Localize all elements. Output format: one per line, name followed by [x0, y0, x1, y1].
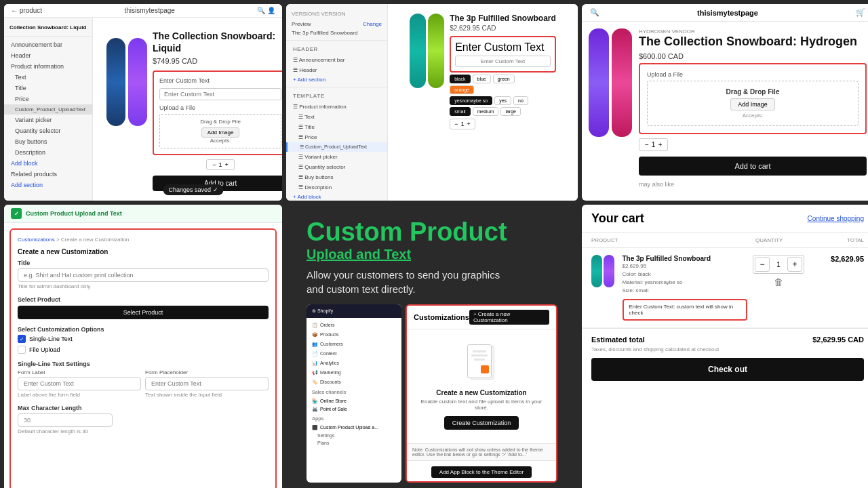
- custom-text-field[interactable]: [455, 56, 551, 67]
- nav-plans[interactable]: Plans: [307, 439, 401, 447]
- size-large[interactable]: large: [500, 107, 521, 116]
- nav-price[interactable]: Price: [4, 94, 92, 104]
- upload-file-label: Upload a File: [647, 71, 859, 78]
- nav-related[interactable]: Related products: [4, 169, 92, 180]
- nav-product-info[interactable]: Product information: [4, 61, 92, 72]
- tmpl-text[interactable]: ☰ Text: [286, 112, 387, 122]
- tmpl-price[interactable]: ☰ Price: [286, 132, 387, 142]
- nav-analytics[interactable]: 📊 Analytics: [307, 359, 401, 368]
- delete-icon[interactable]: 🗑: [774, 277, 783, 287]
- variant-yesnomaybe[interactable]: yesnomaybe so: [450, 96, 492, 105]
- nav-header[interactable]: Header: [4, 50, 92, 61]
- add-section-link[interactable]: + Add section: [286, 75, 387, 84]
- tmpl-buy[interactable]: ☰ Buy buttons: [286, 172, 387, 182]
- plus-btn[interactable]: +: [658, 141, 662, 148]
- color-green[interactable]: green: [493, 75, 515, 83]
- file-upload-check[interactable]: [18, 346, 26, 354]
- product-images: [106, 38, 154, 133]
- tmpl-title[interactable]: ☰ Title: [286, 122, 387, 132]
- nav-add-block[interactable]: Add block: [4, 158, 92, 169]
- select-product-button[interactable]: Select Product: [18, 306, 269, 319]
- nav-qty[interactable]: Quantity selector: [4, 125, 92, 136]
- snowboard-blue: [106, 38, 125, 126]
- variant-no[interactable]: no: [513, 96, 528, 105]
- add-to-cart-button[interactable]: Add to cart: [639, 157, 867, 176]
- form-label-group: Form Label Label above the form field: [18, 369, 141, 398]
- upload-area: Drag & Drop File Add Image Accepts:: [159, 114, 281, 148]
- plus-icon[interactable]: +: [225, 161, 229, 168]
- nav-custom-upload[interactable]: Custom_Product_UploadText: [4, 104, 92, 115]
- nav-variant[interactable]: Variant picker: [4, 115, 92, 125]
- size-medium[interactable]: medium: [473, 107, 499, 116]
- nav-text[interactable]: Text: [4, 72, 92, 83]
- add-block-bar: Add App Block to the Theme Editor: [407, 460, 556, 481]
- doc-line3: [474, 359, 485, 361]
- single-line-check[interactable]: ✓: [18, 335, 26, 343]
- nav-desc[interactable]: Description: [4, 147, 92, 158]
- tmpl-variant[interactable]: ☰ Variant picker: [286, 152, 387, 162]
- variant-yes[interactable]: yes: [494, 96, 511, 105]
- add-image-button[interactable]: Add Image: [730, 98, 775, 110]
- tmpl-announcement[interactable]: ☰ Announcement bar: [286, 55, 387, 65]
- tmpl-product-info[interactable]: ☰ Product information: [286, 102, 387, 112]
- change-btn[interactable]: Change: [363, 21, 382, 27]
- color-black[interactable]: black: [450, 75, 470, 83]
- file-upload-checkbox[interactable]: File Upload: [18, 346, 269, 354]
- nav-discounts[interactable]: 🏷️ Discounts: [307, 378, 401, 387]
- variant-options: yesnomaybe so yes no: [450, 96, 556, 105]
- minus-btn[interactable]: −: [454, 121, 458, 127]
- size-small[interactable]: small: [450, 107, 470, 116]
- add-block-button[interactable]: Add App Block to the Theme Editor: [431, 466, 532, 478]
- label-hint: Label above the form field: [18, 392, 141, 398]
- nav-orders[interactable]: 📋 Orders: [307, 321, 401, 330]
- tmpl-header[interactable]: ☰ Header: [286, 65, 387, 75]
- tmpl-desc[interactable]: ☰ Description: [286, 182, 387, 192]
- nav-collection-snowboard[interactable]: Collection Snowboard: Liquid: [4, 22, 92, 33]
- color-orange[interactable]: orange: [450, 85, 474, 94]
- version-label: VERSIONS VERSION: [286, 8, 387, 20]
- cart-icon[interactable]: 🛒: [856, 8, 865, 17]
- back-label: ← product: [11, 7, 42, 14]
- minus-icon[interactable]: −: [212, 161, 216, 168]
- form-label-input[interactable]: [18, 377, 141, 390]
- custom-text-input[interactable]: [159, 88, 281, 100]
- nav-add-section[interactable]: Add section: [4, 180, 92, 190]
- form-placeholder-group: Form Placeholder Text shown inside the i…: [145, 369, 269, 398]
- max-char-input[interactable]: [18, 413, 113, 427]
- nav-marketing[interactable]: 📢 Marketing: [307, 368, 401, 378]
- add-image-button[interactable]: Add Image: [201, 127, 240, 138]
- nav-settings[interactable]: Settings: [307, 432, 401, 439]
- cart-product-price: $2,629.95: [623, 262, 748, 270]
- checkout-button[interactable]: Check out: [591, 358, 864, 381]
- qty-minus-button[interactable]: −: [755, 257, 770, 272]
- nav-content[interactable]: 📄 Content: [307, 349, 401, 359]
- nav-products[interactable]: 📦 Products: [307, 330, 401, 340]
- create-customization-button[interactable]: Create Customization: [444, 416, 519, 430]
- form-placeholder-input[interactable]: [145, 377, 269, 390]
- search-icon[interactable]: 🔍: [590, 8, 599, 17]
- minus-btn[interactable]: −: [645, 141, 649, 148]
- breadcrumb-link[interactable]: Customizations: [18, 237, 55, 243]
- create-new-button[interactable]: + Create a new Customization: [469, 310, 549, 325]
- nav-announcement[interactable]: Announcement bar: [4, 39, 92, 50]
- panel-shopify-editor-liquid: ← product thisismytestpage 🔍 👤 Collectio…: [4, 4, 282, 201]
- plus-btn[interactable]: +: [467, 121, 470, 127]
- nav-point-of-sale[interactable]: 🖨️ Point of Sale: [307, 405, 401, 413]
- tmpl-custom-upload[interactable]: ☰ Custom_Product_UploadText: [286, 142, 387, 152]
- single-line-checkbox[interactable]: ✓ Single-Line Text: [18, 335, 269, 343]
- color-blue[interactable]: blue: [473, 75, 491, 83]
- nav-buy[interactable]: Buy buttons: [4, 136, 92, 147]
- nav-custom-app[interactable]: ⬛ Custom Product Upload a...: [307, 424, 401, 432]
- qty-plus-button[interactable]: +: [787, 257, 802, 272]
- continue-shopping-link[interactable]: Continue shopping: [808, 215, 864, 222]
- cart-product-details: The 3p Fulfilled Snowboard $2,629.95 Col…: [623, 255, 748, 321]
- title-input[interactable]: [18, 268, 269, 282]
- cart-summary: Estimated total $2,629.95 CAD Taxes, dis…: [582, 328, 868, 388]
- pos-icon: 🖨️: [312, 407, 318, 412]
- nav-customers[interactable]: 👥 Customers: [307, 340, 401, 349]
- add-block-link[interactable]: + Add block: [286, 192, 387, 201]
- nav-title[interactable]: Title: [4, 83, 92, 94]
- tmpl-qty-sel[interactable]: ☰ Quantity selector: [286, 162, 387, 172]
- product-detail: The 3p Fulfilled Snowboard $2,629.95 CAD…: [450, 14, 556, 129]
- nav-online-store[interactable]: 🏪 Online Store: [307, 397, 401, 405]
